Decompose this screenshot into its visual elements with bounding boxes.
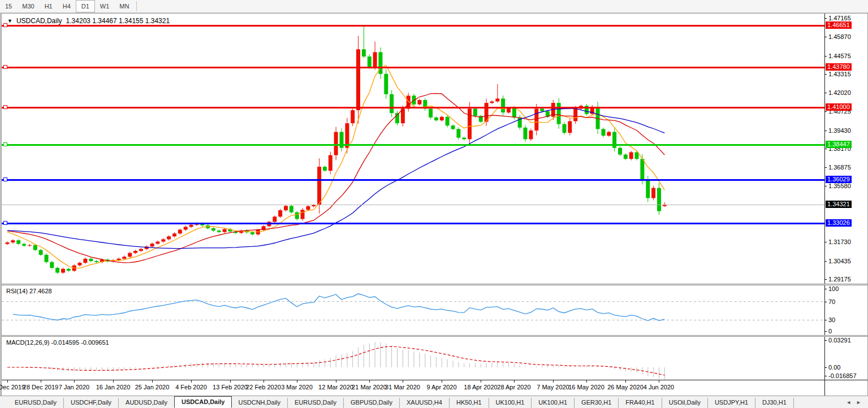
date-tick [659,380,659,383]
price-tick-label: 1.36875 [828,164,851,171]
date-tick [403,380,403,383]
date-label: 16 May 2020 [568,384,604,390]
chart-tabs-bar: EURUSD,DailyUSDCHF,DailyAUDUSD,DailyUSDC… [0,396,868,408]
tab-scroll-nav: ◄► [839,396,868,408]
line-drag-handle[interactable] [3,177,7,181]
candlestick-chart [2,14,824,284]
date-label: 3 Mar 2020 [281,384,313,390]
date-tick [152,380,153,383]
tab-scroll-left-icon[interactable]: ◄ [846,400,851,405]
rsi-pane[interactable]: RSI(14) 27.4628 [2,285,824,335]
macd-scale-label: -0.016857 [828,372,857,380]
date-label: 28 Apr 2020 [497,384,530,390]
mt4-app: 15M30H1H4D1W1MN ▼ USDCAD,Daily 1.34203 1… [0,0,868,408]
timeframe-toolbar: 15M30H1H4D1W1MN [0,0,868,13]
price-tick-label: 1.43315 [828,71,851,78]
period-button-d1[interactable]: D1 [76,0,95,12]
date-label: 19 Dec 2019 [0,384,25,390]
period-button-15[interactable]: 15 [0,0,17,12]
price-tick-label: 1.44575 [828,53,851,60]
chart-ohlc-values: 1.34203 1.34467 1.34155 1.34321 [66,17,170,25]
date-label: 18 Apr 2020 [464,384,497,390]
chart-tab-eurusd-daily[interactable]: EURUSD,Daily [288,398,344,408]
period-button-h1[interactable]: H1 [40,0,58,12]
rsi-scale-label: 70 [828,298,835,306]
chart-tab-usoil-daily[interactable]: USOil,Daily [662,398,708,408]
chart-window: ▼ USDCAD,Daily 1.34203 1.34467 1.34155 1… [0,13,868,396]
horizontal-line-1.33026[interactable] [2,223,824,224]
chart-tab-hk50-h1[interactable]: HK50,H1 [450,398,489,408]
chart-tab-audusd-daily[interactable]: AUDUSD,Daily [119,398,175,408]
date-tick [41,380,41,383]
chart-tab-ger30-h1[interactable]: GER30,H1 [575,398,619,408]
date-label: 12 Mar 2020 [318,384,353,390]
horizontal-line-1.41000[interactable] [2,107,824,108]
date-tick [264,380,264,383]
chart-tab-usdjpy-h1[interactable]: USDJPY,H1 [708,398,755,408]
date-tick [625,380,626,383]
chart-tab-eurusd-daily[interactable]: EURUSD,Daily [8,398,64,408]
horizontal-line-1.38447[interactable] [2,144,824,146]
date-label: 7 Jan 2020 [59,384,89,390]
line-drag-handle[interactable] [3,142,7,146]
date-tick [336,380,336,383]
rsi-scale-label: 30 [828,316,835,324]
price-tick-label: 1.39430 [828,127,851,134]
toolbar-separator [136,1,137,11]
hline-price-label: 1.33026 [826,219,852,227]
period-button-h4[interactable]: H4 [58,0,76,12]
date-tick [7,380,8,383]
horizontal-line-1.43780[interactable] [2,67,824,68]
price-chart-pane[interactable]: ▼ USDCAD,Daily 1.34203 1.34467 1.34155 1… [2,14,824,284]
date-label: 28 Dec 2019 [23,384,58,390]
chart-tab-gbpusd-daily[interactable]: GBPUSD,Daily [344,398,400,408]
hline-price-label: 1.43780 [826,63,852,71]
period-button-mn[interactable]: MN [114,0,134,12]
rsi-scale-label: 0 [828,328,832,335]
macd-pane[interactable]: MACD(12,26,9) -0.014595 -0.009651 [2,337,824,380]
symbol-dropdown-icon[interactable]: ▼ [7,18,12,24]
hline-price-label: 1.46651 [826,21,852,29]
date-label: 21 Mar 2020 [352,384,387,390]
date-label: 31 Mar 2020 [385,384,420,390]
macd-label: MACD(12,26,9) -0.014595 -0.009651 [6,339,109,346]
date-tick [442,380,442,383]
line-drag-handle[interactable] [3,221,7,225]
date-label: 7 May 2020 [537,384,569,390]
line-drag-handle[interactable] [3,105,7,109]
line-drag-handle[interactable] [3,23,7,27]
tab-scroll-right-icon[interactable]: ► [856,400,861,405]
current-price-line [2,205,824,205]
date-label: 13 Feb 2020 [213,384,248,390]
date-label: 22 Feb 2020 [246,384,281,390]
horizontal-line-1.36029[interactable] [2,179,824,181]
chart-tab-usdcad-daily[interactable]: USDCAD,Daily [174,396,232,408]
price-axis: 1.471651.458701.445751.433151.420201.407… [824,14,867,284]
chart-tab-usdcnh-daily[interactable]: USDCNH,Daily [231,398,288,408]
rsi-scale-label: 100 [828,285,839,293]
macd-scale-label: 0.00 [828,364,840,371]
chart-tab-fra40-h1[interactable]: FRA40,H1 [619,398,662,408]
date-tick [74,380,75,383]
date-label: 16 Jan 2020 [96,384,131,390]
date-tick [113,380,114,383]
period-button-m30[interactable]: M30 [17,0,39,12]
line-drag-handle[interactable] [3,65,7,69]
horizontal-line-1.46651[interactable] [2,25,824,27]
hline-price-label: 1.36029 [826,176,852,183]
chart-tab-uk100-h1[interactable]: UK100,H1 [532,398,575,408]
chart-tab-dj30-h1[interactable]: DJ30,H1 [755,398,794,408]
chart-tab-uk100-h1[interactable]: UK100,H1 [489,398,532,408]
date-tick [191,380,192,383]
chart-title: ▼ USDCAD,Daily 1.34203 1.34467 1.34155 1… [7,17,170,25]
period-button-w1[interactable]: W1 [95,0,115,12]
rsi-axis: 10070300 [824,285,867,335]
price-tick-label: 1.29175 [828,276,851,283]
date-tick [369,380,370,383]
chart-tab-usdchf-daily[interactable]: USDCHF,Daily [64,398,119,408]
chart-tab-xauusd-h4[interactable]: XAUUSD,H4 [400,398,450,408]
macd-axis: 0.032910.00-0.016857 [824,337,867,380]
hline-price-label: 1.41000 [826,103,852,111]
price-tick-label: 1.42020 [828,89,851,97]
date-label: 4 Jun 2020 [644,384,674,390]
